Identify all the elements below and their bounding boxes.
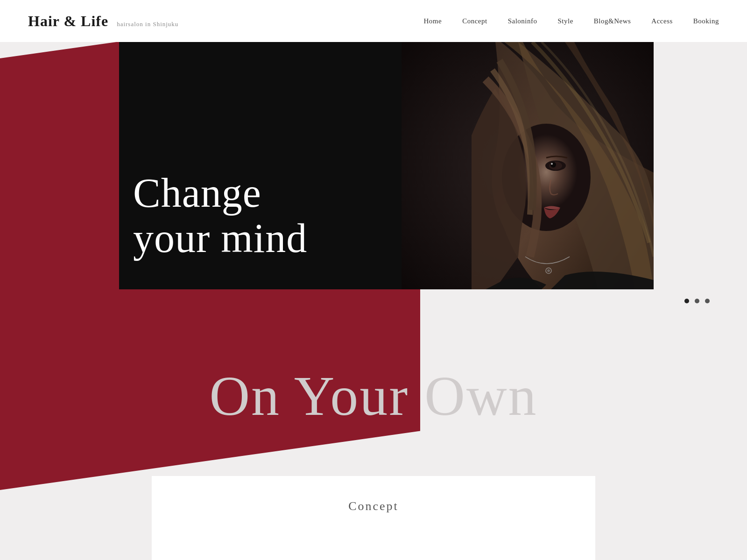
- hero-section: Change your mind: [0, 42, 747, 350]
- woman-illustration: [402, 42, 654, 289]
- hero-heading-line2: your mind: [133, 216, 307, 261]
- concept-section-title: Concept: [348, 499, 399, 513]
- watermark-text: On Your Own: [209, 364, 537, 428]
- slider-dot-3[interactable]: [705, 299, 710, 303]
- nav-concept[interactable]: Concept: [462, 17, 487, 25]
- svg-point-4: [550, 162, 556, 168]
- hero-heading-line1: Change: [133, 170, 261, 216]
- below-hero-section: On Your Own Concept: [0, 350, 747, 560]
- slider-dot-1[interactable]: [684, 299, 689, 303]
- slider-dot-2[interactable]: [695, 299, 699, 303]
- nav-blognews[interactable]: Blog&News: [594, 17, 631, 25]
- slider-dots: [684, 299, 710, 303]
- logo-area: Hair & Life hairsalon in Shinjuku: [28, 13, 178, 30]
- hero-text-area: Change your mind: [119, 42, 348, 289]
- nav-booking[interactable]: Booking: [693, 17, 719, 25]
- concept-card: Concept: [152, 476, 595, 560]
- svg-point-7: [547, 269, 550, 272]
- hero-photo: [402, 42, 654, 289]
- header: Hair & Life hairsalon in Shinjuku Home C…: [0, 0, 747, 42]
- logo-tagline: hairsalon in Shinjuku: [117, 21, 178, 28]
- nav-access[interactable]: Access: [651, 17, 672, 25]
- svg-point-5: [551, 163, 553, 165]
- nav-saloninfo[interactable]: Saloninfo: [508, 17, 537, 25]
- nav-style[interactable]: Style: [557, 17, 573, 25]
- hero-heading: Change your mind: [133, 171, 348, 261]
- logo-title: Hair & Life: [28, 13, 108, 30]
- main-nav: Home Concept Saloninfo Style Blog&News A…: [423, 17, 719, 25]
- nav-home[interactable]: Home: [423, 17, 442, 25]
